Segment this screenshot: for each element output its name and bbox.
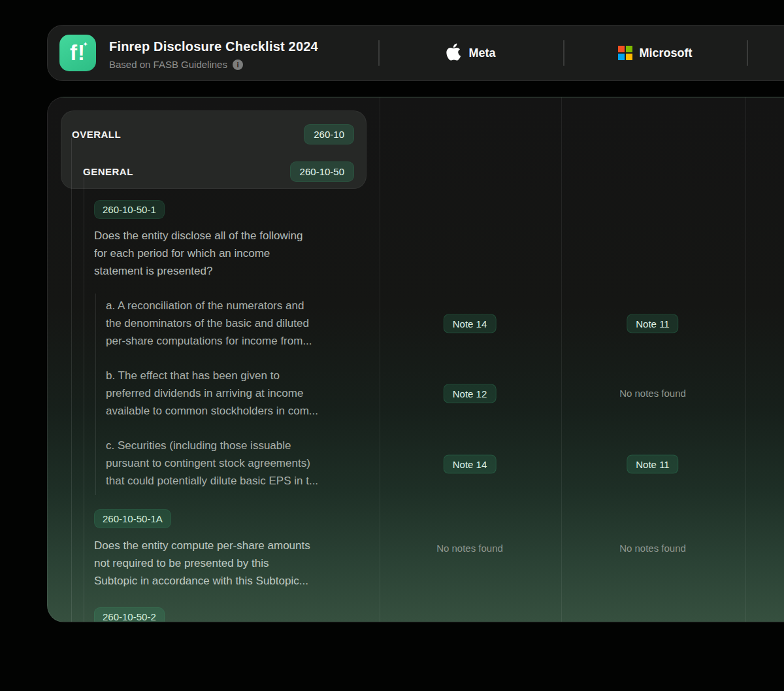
section-code-badge[interactable]: 260-10 — [304, 124, 354, 144]
note-badge[interactable]: Note 14 — [444, 314, 497, 333]
indent-guide-overall — [71, 138, 72, 622]
microsoft-icon — [618, 46, 632, 60]
note-cell-meta: No notes found — [436, 543, 503, 554]
column-divider — [380, 97, 380, 622]
subitem-line: pursuant to contingent stock agreements) — [106, 454, 318, 472]
column-header-meta-label: Meta — [468, 46, 495, 60]
item-code-badge[interactable]: 260-10-50-1A — [94, 509, 171, 528]
question-line: Subtopic in accordance with this Subtopi… — [94, 572, 310, 590]
subitem-line: c. Securities (including those issuable — [106, 437, 318, 454]
note-cell-meta: Note 14 — [444, 455, 497, 474]
note-cell-microsoft: Note 11 — [627, 455, 678, 474]
subitem-b: b. The effect that has been given to pre… — [106, 367, 318, 420]
section-row-overall: OVERALL 260-10 — [72, 120, 354, 148]
note-badge[interactable]: Note 12 — [444, 384, 497, 403]
column-divider — [561, 97, 562, 622]
question-line: Does the entity disclose all of the foll… — [94, 227, 302, 244]
subitem-line: available to common stockholders in com.… — [106, 402, 318, 420]
subitem-line: per-share computations for income from..… — [106, 332, 312, 350]
note-badge[interactable]: Note 14 — [444, 455, 497, 474]
subitem-indent-rail — [95, 294, 96, 495]
column-divider — [745, 97, 746, 622]
subtitle-text: Based on FASB Guidelines — [109, 59, 227, 70]
section-card: OVERALL 260-10 GENERAL 260-10-50 — [61, 110, 367, 189]
note-cell-microsoft: No notes found — [619, 388, 686, 399]
item-question: Does the entity compute per-share amount… — [94, 537, 310, 590]
question-line: for each period for which an income — [94, 244, 302, 262]
question-line: Does the entity compute per-share amount… — [94, 537, 310, 554]
question-line: statement is presented? — [94, 262, 302, 280]
subitem-a: a. A reconciliation of the numerators an… — [106, 297, 312, 350]
subitem-line: preferred dividends in arriving at incom… — [106, 384, 318, 402]
page-subtitle: Based on FASB Guidelines i — [109, 59, 243, 70]
subitem-line: b. The effect that has been given to — [106, 367, 318, 384]
item-code-badge[interactable]: 260-10-50-1 — [94, 200, 165, 219]
page-title: Finrep Disclosure Checklist 2024 — [109, 39, 318, 54]
sparkle-icon: ✦ — [83, 41, 89, 48]
info-icon[interactable]: i — [233, 59, 243, 70]
note-cell-meta: Note 14 — [444, 314, 497, 333]
apple-icon — [446, 42, 461, 61]
section-row-general: GENERAL 260-10-50 — [83, 158, 354, 184]
no-notes-text: No notes found — [619, 543, 686, 554]
column-header-microsoft-label: Microsoft — [640, 46, 693, 60]
header-bar: f! ✦ Finrep Disclosure Checklist 2024 Ba… — [47, 25, 784, 81]
no-notes-text: No notes found — [436, 543, 503, 554]
app-logo: f! ✦ — [59, 35, 96, 71]
column-header-meta: Meta — [378, 25, 563, 80]
header-divider — [747, 40, 748, 66]
subitem-line: the denominators of the basic and dilute… — [106, 314, 312, 332]
subitem-line: that could potentially dilute basic EPS … — [106, 472, 318, 490]
section-label: OVERALL — [72, 129, 121, 140]
question-line: not required to be presented by this — [94, 554, 310, 572]
column-header-microsoft: Microsoft — [563, 25, 747, 80]
subsection-code-badge[interactable]: 260-10-50 — [290, 161, 354, 182]
note-cell-microsoft: Note 11 — [627, 314, 678, 333]
subitem-line: a. A reconciliation of the numerators an… — [106, 297, 312, 314]
note-cell-meta: Note 12 — [444, 384, 497, 403]
indent-guide-general — [84, 177, 84, 622]
subitem-c: c. Securities (including those issuable … — [106, 437, 318, 490]
note-badge[interactable]: Note 11 — [627, 455, 678, 474]
item-code-badge[interactable]: 260-10-50-2 — [94, 607, 165, 622]
no-notes-text: No notes found — [619, 388, 686, 399]
note-cell-microsoft: No notes found — [619, 543, 686, 554]
note-badge[interactable]: Note 11 — [627, 314, 678, 333]
subsection-label: GENERAL — [83, 166, 133, 177]
app-window: f! ✦ Finrep Disclosure Checklist 2024 Ba… — [0, 0, 784, 691]
item-question: Does the entity disclose all of the foll… — [94, 227, 302, 280]
checklist-panel: OVERALL 260-10 GENERAL 260-10-50 260-10-… — [47, 97, 784, 622]
